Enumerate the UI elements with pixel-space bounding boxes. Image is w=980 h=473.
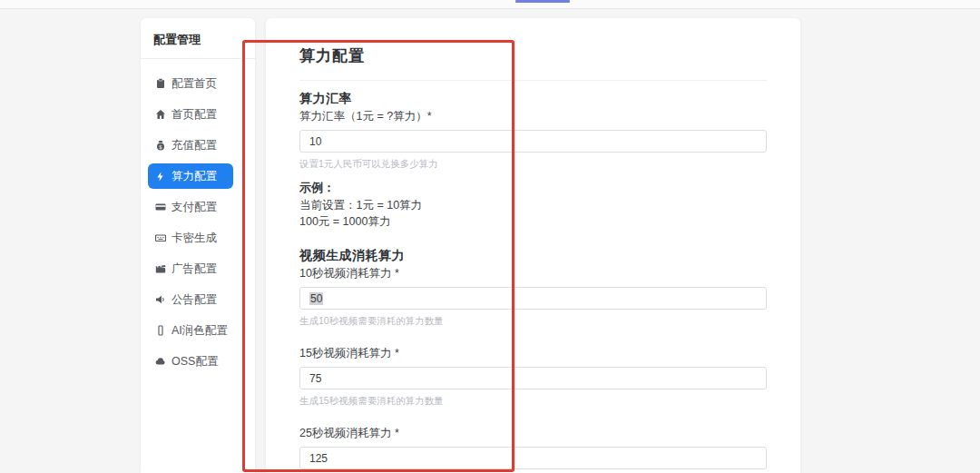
example-title: 示例： [299, 180, 767, 196]
speaker-icon [154, 294, 166, 306]
sidebar-item-label: 广告配置 [172, 261, 217, 277]
sidebar-item-announcement-config[interactable]: 公告配置 [141, 284, 255, 315]
rate-helper: 设置1元人民币可以兑换多少算力 [299, 158, 767, 171]
coin-icon: $ [154, 140, 166, 152]
sidebar-item-label: OSS配置 [172, 354, 218, 370]
sidebar-item-ai-polish-config[interactable]: AI润色配置 [141, 315, 255, 346]
video-15s-input[interactable]: 75 [299, 367, 767, 389]
sidebar-item-label: 配置首页 [172, 76, 217, 92]
pen-icon [154, 325, 166, 337]
sidebar-item-ad-config[interactable]: 广告配置 [141, 253, 255, 284]
clipboard-icon [154, 78, 166, 90]
sidebar-item-oss-config[interactable]: OSS配置 [141, 346, 255, 377]
sidebar-item-label: 充值配置 [172, 138, 217, 153]
sidebar-item-recharge-config[interactable]: $ 充值配置 [141, 130, 255, 161]
sidebar-item-home-config[interactable]: 首页配置 [141, 99, 255, 130]
video-10s-label: 10秒视频消耗算力 * [299, 266, 767, 281]
section-rate: 算力汇率 [299, 91, 767, 107]
sidebar-item-label: 算力配置 [172, 169, 217, 184]
sidebar-item-label: 卡密生成 [172, 231, 217, 246]
lightning-icon [154, 171, 166, 182]
svg-text:$: $ [159, 143, 162, 150]
top-accent-bar [515, 0, 570, 3]
section-video-cost: 视频生成消耗算力 [299, 248, 767, 264]
page-title: 算力配置 [299, 45, 767, 66]
home-icon [154, 109, 166, 121]
sidebar-nav: 配置首页 首页配置 $ 充值配置 算力配置 支付配置 [141, 59, 255, 377]
clapperboard-icon [154, 263, 166, 275]
sidebar-item-label: 公告配置 [172, 292, 217, 308]
video-25s-value: 125 [309, 452, 328, 465]
example-line-2: 100元 = 1000算力 [299, 215, 767, 229]
cloud-icon [154, 356, 166, 368]
config-sidebar: 配置管理 配置首页 首页配置 $ 充值配置 算力配置 [141, 18, 255, 473]
sidebar-item-label: 支付配置 [172, 200, 217, 215]
sidebar-item-label: 首页配置 [172, 107, 217, 123]
credit-card-icon [154, 202, 166, 213]
video-15s-helper: 生成15秒视频需要消耗的算力数量 [299, 395, 767, 408]
exchange-rate-input[interactable]: 10 [299, 130, 767, 153]
top-strip [0, 0, 980, 9]
example-line-1: 当前设置：1元 = 10算力 [299, 199, 767, 212]
video-10s-helper: 生成10秒视频需要消耗的算力数量 [299, 315, 767, 328]
compute-config-panel: 算力配置 算力汇率 算力汇率（1元 = ?算力）* 10 设置1元人民币可以兑换… [266, 18, 800, 473]
video-10s-input[interactable]: 50 [299, 287, 767, 310]
title-divider [299, 80, 767, 81]
video-25s-label: 25秒视频消耗算力 * [299, 426, 767, 441]
sidebar-title: 配置管理 [141, 18, 255, 59]
sidebar-item-label: AI润色配置 [172, 323, 228, 339]
sidebar-item-compute-config[interactable]: 算力配置 [148, 163, 233, 189]
sidebar-item-card-key-generate[interactable]: 卡密生成 [141, 222, 255, 253]
video-15s-value: 75 [309, 372, 321, 385]
keyboard-icon [154, 232, 166, 244]
video-25s-input[interactable]: 125 [299, 447, 767, 469]
exchange-rate-value: 10 [309, 135, 321, 148]
video-10s-value: 50 [309, 292, 323, 305]
sidebar-item-config-home[interactable]: 配置首页 [141, 68, 255, 99]
video-15s-label: 15秒视频消耗算力 * [299, 346, 767, 361]
rate-label: 算力汇率（1元 = ?算力）* [299, 109, 767, 124]
sidebar-item-payment-config[interactable]: 支付配置 [141, 192, 255, 222]
